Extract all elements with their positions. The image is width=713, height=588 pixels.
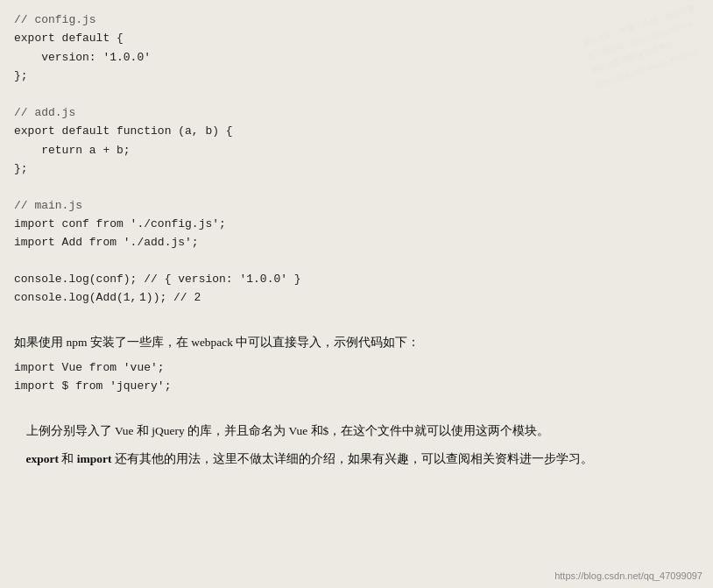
code-block-config: // config.js export default { version: '… [14,11,699,86]
code-line: console.log(Add(1, 1)); // 2 [14,288,699,307]
code-line: import Add from './add.js'; [14,233,699,251]
page-wrapper: // config.js export default { version: '… [0,0,713,588]
code-block-main: // main.js import conf from './config.js… [14,196,699,252]
code-block-console: console.log(conf); // { version: '1.0.0'… [14,270,699,308]
bottom-link: https://blog.csdn.net/qq_47099097 [554,570,702,581]
code-line: import Vue from 'vue'; [14,358,699,377]
prose-npm-intro: 如果使用 npm 安装了一些库，在 webpack 中可以直接导入，示例代码如下… [14,332,671,353]
code-block-imports: import Vue from 'vue'; import $ from 'jq… [14,358,699,396]
code-line: export default { [14,29,699,47]
code-line: import conf from './config.js'; [14,215,699,233]
prose-export-import: export 和 import 还有其他的用法，这里不做太详细的介绍，如果有兴趣… [14,449,671,470]
code-block-add: // add.js export default function (a, b)… [14,103,699,179]
code-line: // config.js [14,11,699,29]
code-line: // add.js [14,103,699,122]
code-line: // main.js [14,196,699,215]
code-line: }; [14,159,699,178]
code-line: version: '1.0.0' [14,48,699,67]
code-line: }; [14,67,699,85]
code-line: console.log(conf); // { version: '1.0.0'… [14,270,699,288]
code-line: import $ from 'jquery'; [14,377,699,395]
prose-vue-jquery: 上例分别导入了 Vue 和 jQuery 的库，并且命名为 Vue 和$，在这个… [14,421,671,442]
code-line: export default function (a, b) { [14,122,699,140]
code-line: return a + b; [14,141,699,159]
